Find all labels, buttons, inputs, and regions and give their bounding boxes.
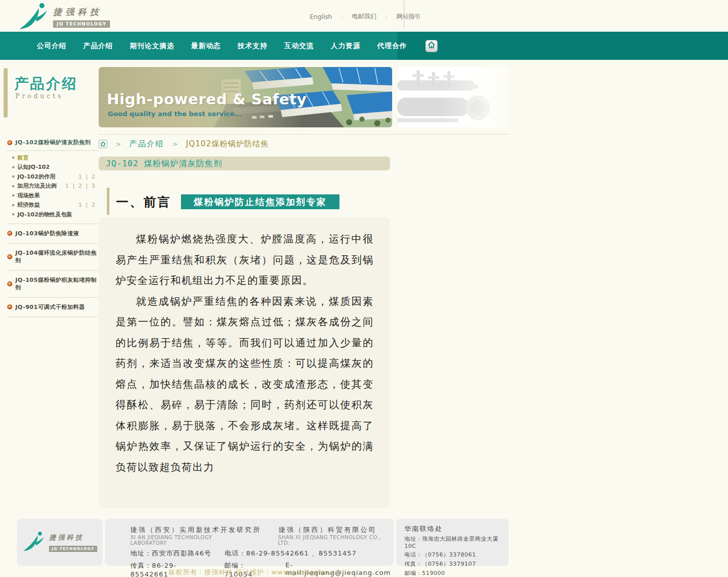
logo-cn-label: 捷强科技 — [53, 6, 110, 18]
submenu-item-function[interactable]: JQ-102的作用 1 | 2 — [12, 172, 98, 182]
breadcrumb-separator: > — [116, 140, 121, 148]
logo-en-label: JQ TECHNOLOGY — [49, 546, 97, 552]
link-sitemap[interactable]: 网站指引 — [396, 12, 421, 21]
home-icon — [427, 41, 436, 51]
breadcrumb-home-button[interactable] — [99, 140, 107, 148]
nav-item-interaction[interactable]: 互动交流 — [284, 41, 314, 51]
nav-item-journal[interactable]: 期刊论文摘选 — [130, 41, 174, 51]
bullet-icon — [12, 204, 14, 206]
arrow-circle-icon: » — [7, 231, 12, 236]
jq102-submenu: 前言 认知JQ-102 JQ-102的作用 1 | 2 加用方法及比例 1 | … — [7, 151, 98, 224]
bullet-icon — [12, 166, 14, 168]
sidebar-item-jq104[interactable]: » JQ-104循环流化床锅炉防结焦剂 — [7, 243, 98, 271]
section-accent-bar — [107, 188, 109, 215]
footer-south-office-card: 华南联络处 地址：珠海吉大园林路金景商业大厦10C 电话：（0756）33780… — [396, 519, 509, 566]
banner-tagline: Good quality and the best service... — [108, 110, 242, 118]
sidebar-item-label: JQ-104循环流化床锅炉防结焦剂 — [15, 249, 98, 264]
submenu-pages[interactable]: 1 | 2 — [78, 173, 96, 180]
logo-cn-label: 捷强科技 — [49, 533, 97, 542]
banner-secondary-image — [397, 67, 509, 127]
south-office-fax: 传真：（0756）3379107 — [404, 560, 509, 568]
submenu-item-about[interactable]: 认知JQ-102 — [12, 163, 98, 172]
bullet-icon — [12, 194, 14, 196]
submenu-label: 经济效益 — [17, 201, 40, 209]
nav-item-agency[interactable]: 代理合作 — [377, 41, 407, 51]
south-office-title: 华南联络处 — [404, 524, 509, 534]
submenu-label: JQ-102的作用 — [17, 173, 55, 181]
sidebar-accent-bar — [4, 68, 8, 118]
sidebar-subtitle: Products — [15, 93, 63, 100]
home-button[interactable] — [425, 40, 438, 52]
nav-item-hr[interactable]: 人力资源 — [331, 41, 360, 51]
link-separator: ： — [383, 13, 389, 20]
submenu-item-foreword[interactable]: 前言 — [12, 153, 98, 163]
arrow-circle-icon: » — [7, 140, 12, 145]
logo-text: 捷强科技 JQ TECHNOLOGY — [53, 6, 110, 28]
submenu-item-packaging[interactable]: JQ-102的物性及包装 — [12, 210, 98, 219]
sidebar-item-jq105[interactable]: » JQ-105煤粉锅炉积灰粘堵抑制剂 — [7, 271, 98, 298]
logo-swoosh-icon — [22, 530, 46, 554]
breadcrumb: > 产品介绍 > JQ102煤粉锅炉防结焦 — [99, 134, 509, 149]
submenu-item-field-effect[interactable]: 现场效果 — [12, 191, 98, 201]
logo-en-label: JQ TECHNOLOGY — [53, 20, 110, 28]
header-divider — [404, 0, 404, 28]
submenu-item-usage[interactable]: 加用方法及比例 1 | 2 | 3 — [12, 182, 98, 191]
article-body: 煤粉锅炉燃烧热强度大、炉膛温度高，运行中很易产生严重结焦和积灰（灰堵）问题，这是… — [99, 217, 390, 508]
submenu-label: 前言 — [17, 154, 29, 162]
south-office-address: 地址：珠海吉大园林路金景商业大厦10C — [404, 535, 509, 549]
south-office-phone: 电话：（0756）3378061 — [404, 551, 509, 559]
footer-logo-text: 捷强科技 JQ TECHNOLOGY — [49, 533, 97, 552]
submenu-label: JQ-102的物性及包装 — [17, 211, 72, 218]
footer-org2-name-en: SHAN XI JIEQIANG TECHNOLOGY CO., LTD. — [278, 535, 394, 546]
company-logo[interactable]: 捷强科技 JQ TECHNOLOGY — [18, 2, 110, 32]
footer-org2-name: 捷强（陕西）科贸有限公司 — [279, 525, 377, 535]
main-navbar: 公司介绍 产品介绍 期刊论文摘选 最新动态 技术支持 互动交流 人力资源 代理合… — [0, 32, 728, 60]
sidebar-item-jq901[interactable]: » JQ-901可调式干粉加料器 — [7, 298, 98, 317]
link-email-us[interactable]: 电邮我们 — [352, 12, 376, 21]
page: 捷强科技 JQ TECHNOLOGY English ： 电邮我们 ： 网站指引… — [0, 0, 728, 577]
sidebar-item-label: JQ-103锅炉防焦除渣液 — [15, 230, 79, 237]
article-paragraph: 就造成锅炉严重结焦的各种因素来说，煤质因素是第一位的。譬如：煤灰熔点过低；煤灰各… — [116, 291, 374, 478]
section-badge: 煤粉锅炉防止结焦添加剂专家 — [181, 194, 339, 209]
submenu-label: 加用方法及比例 — [17, 182, 57, 190]
sidebar-item-label: JQ-901可调式干粉加料器 — [15, 303, 85, 311]
copyright-bar: 版权所有：接强科技 设计维护：www.guangjiao.cn — [0, 568, 509, 577]
nav-item-support[interactable]: 技术支持 — [238, 41, 267, 51]
top-header: 捷强科技 JQ TECHNOLOGY English ： 电邮我们 ： 网站指引 — [0, 0, 728, 32]
page-title: JQ-102 煤粉锅炉清灰防焦剂 — [99, 157, 390, 170]
breadcrumb-current: JQ102煤粉锅炉防结焦 — [186, 139, 269, 149]
arrow-circle-icon: » — [7, 304, 12, 309]
nav-items: 公司介绍 产品介绍 期刊论文摘选 最新动态 技术支持 互动交流 人力资源 代理合… — [37, 41, 407, 51]
bullet-icon — [12, 157, 14, 159]
bullet-icon — [12, 185, 14, 187]
breadcrumb-products-link[interactable]: 产品介绍 — [129, 139, 164, 149]
footer-org1-name: 捷强（西安）实用新技术开发研究所 — [130, 525, 261, 535]
footer-org1-name-en: XI AN JIEQIANG TECHNOLOGY LABORATORY — [130, 535, 249, 546]
banner-image: High-powered & Safety Good quality and t… — [99, 67, 392, 127]
section-label: 一、前言 — [116, 194, 171, 210]
breadcrumb-separator: > — [172, 140, 178, 148]
bullet-icon — [12, 213, 14, 215]
copyright-text: 版权所有：接强科技 设计维护： — [169, 568, 271, 576]
submenu-item-economic[interactable]: 经济效益 1 | 2 — [12, 201, 98, 210]
footer-phone: 电话：86-29-85542661 、85531457 — [225, 549, 357, 558]
submenu-label: 现场效果 — [17, 192, 40, 199]
footer: 捷强科技 JQ TECHNOLOGY 捷强（西安）实用新技术开发研究所 捷强（陕… — [0, 519, 509, 566]
arrow-circle-icon: » — [7, 254, 12, 259]
link-separator: ： — [339, 13, 345, 20]
link-english[interactable]: English — [310, 13, 332, 20]
sidebar-menu: » JQ-102煤粉锅炉清灰防焦剂 前言 认知JQ-102 JQ-102的作用 — [7, 136, 98, 317]
nav-item-news[interactable]: 最新动态 — [191, 41, 221, 51]
nav-item-products[interactable]: 产品介绍 — [83, 41, 113, 51]
sidebar-item-jq103[interactable]: » JQ-103锅炉防焦除渣液 — [7, 224, 98, 243]
submenu-pages[interactable]: 1 | 2 — [78, 202, 96, 208]
nav-item-company[interactable]: 公司介绍 — [37, 41, 66, 51]
footer-logo-card: 捷强科技 JQ TECHNOLOGY — [17, 519, 103, 566]
submenu-pages[interactable]: 1 | 2 | 3 — [65, 183, 96, 189]
submenu-label: 认知JQ-102 — [17, 163, 50, 171]
sidebar-item-label: JQ-102煤粉锅炉清灰防焦剂 — [15, 139, 91, 146]
copyright-link[interactable]: www.guangjiao.cn — [271, 568, 340, 576]
sidebar-item-jq102[interactable]: » JQ-102煤粉锅炉清灰防焦剂 — [7, 136, 98, 151]
footer-address: 地址：西安市西影路46号 — [130, 549, 212, 558]
article-paragraph: 煤粉锅炉燃烧热强度大、炉膛温度高，运行中很易产生严重结焦和积灰（灰堵）问题，这是… — [116, 229, 374, 291]
